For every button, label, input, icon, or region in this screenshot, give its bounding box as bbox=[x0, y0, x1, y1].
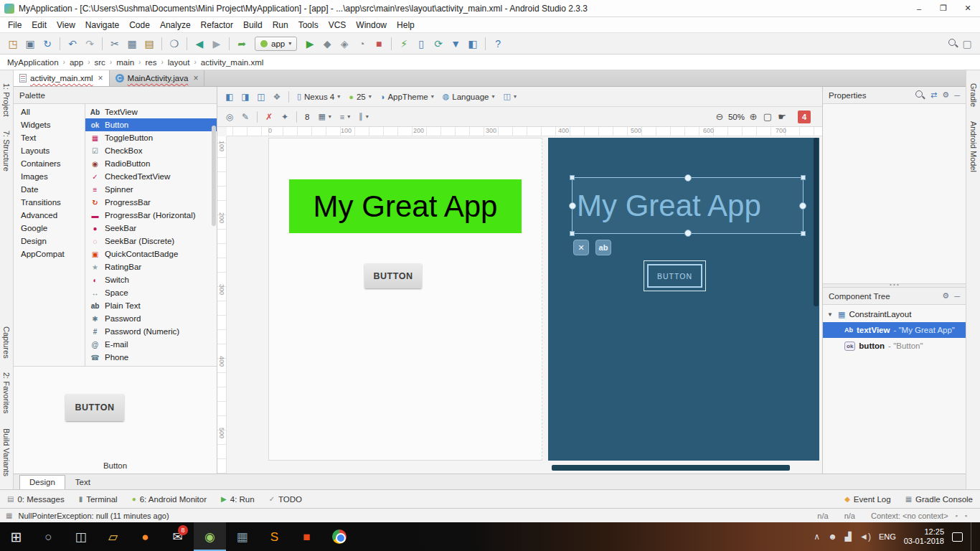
selection-handle[interactable] bbox=[801, 175, 806, 180]
align-icon[interactable]: ≡ ▾ bbox=[336, 111, 354, 123]
layout-variant-select[interactable]: ◫ ▾ bbox=[499, 90, 520, 103]
mail-icon[interactable]: ✉ 8 bbox=[161, 522, 194, 551]
palette-item-password-numeric[interactable]: # Password (Numeric) bbox=[85, 325, 217, 338]
copy-icon[interactable]: ▦ bbox=[123, 36, 141, 52]
start-button[interactable]: ⊞ bbox=[0, 522, 32, 551]
volume-icon[interactable]: ◄) bbox=[859, 532, 871, 542]
palette-item-space[interactable]: ↔ Space bbox=[85, 286, 217, 299]
language-indicator[interactable]: ENG bbox=[879, 532, 896, 541]
blueprint-surface[interactable]: My Great App bbox=[548, 138, 819, 461]
status-message[interactable]: NullPointerException: null (11 minutes a… bbox=[18, 512, 817, 520]
palette-item-radiobutton[interactable]: ◉ RadioButton bbox=[85, 157, 217, 170]
palette-item-password[interactable]: ✱ Password bbox=[85, 312, 217, 325]
palette-category[interactable]: Images bbox=[14, 170, 85, 183]
tree-item-button[interactable]: ok button - "Button" bbox=[823, 338, 966, 354]
media-app-icon[interactable]: ■ bbox=[291, 522, 323, 551]
hide-panel-icon[interactable]: ─ bbox=[954, 292, 960, 301]
gear-icon[interactable]: ⚙ bbox=[942, 90, 949, 100]
palette-category[interactable]: Advanced bbox=[14, 209, 85, 222]
redo-icon[interactable]: ↷ bbox=[81, 36, 98, 52]
error-count-badge[interactable]: 4 bbox=[798, 110, 811, 123]
layout-inspector-icon[interactable]: ◧ bbox=[464, 36, 481, 52]
lock-icon[interactable]: ▪ bbox=[956, 512, 958, 519]
coverage-icon[interactable]: ◈ bbox=[336, 36, 353, 52]
zoom-out-button[interactable]: ⊖ bbox=[712, 111, 727, 122]
panel-splitter[interactable] bbox=[823, 283, 966, 288]
event-log-button[interactable]: ◆ Event Log bbox=[844, 495, 891, 504]
palette-category[interactable]: Transitions bbox=[14, 196, 85, 209]
status-indicator[interactable]: n/a bbox=[817, 512, 828, 520]
close-button[interactable]: ✕ bbox=[956, 0, 980, 17]
palette-item-progressbar[interactable]: ↻ ProgressBar bbox=[85, 196, 217, 209]
sync-gradle-icon[interactable]: ⟳ bbox=[430, 36, 447, 52]
tool-window-button[interactable]: Captures bbox=[2, 326, 11, 359]
hide-panel-icon[interactable]: ─ bbox=[954, 91, 960, 100]
clear-constraints-icon[interactable]: ✗ bbox=[261, 110, 277, 124]
attach-debugger-icon[interactable]: ⚡ bbox=[395, 36, 413, 52]
theme-editor-icon[interactable]: ❖ bbox=[269, 90, 285, 104]
selection-handle[interactable] bbox=[570, 175, 575, 180]
gear-icon[interactable]: ⚙ bbox=[942, 291, 949, 301]
menu-item[interactable]: Help bbox=[392, 17, 420, 33]
menu-item[interactable]: Edit bbox=[27, 17, 52, 33]
back-icon[interactable]: ◀ bbox=[191, 36, 208, 52]
mode-tab[interactable]: Text bbox=[65, 475, 100, 489]
palette-category[interactable]: Date bbox=[14, 183, 85, 196]
firefox-icon[interactable]: ● bbox=[129, 522, 161, 551]
tool-window-button[interactable]: 7: Structure bbox=[2, 131, 11, 171]
todo-button[interactable]: ✓ TODO bbox=[269, 495, 302, 504]
palette-category[interactable]: Containers bbox=[14, 157, 85, 170]
breadcrumb-item[interactable]: app bbox=[70, 58, 83, 67]
palette-scrollbar[interactable] bbox=[212, 126, 216, 226]
palette-item-seekbar-discrete[interactable]: ◌ SeekBar (Discrete) bbox=[85, 235, 217, 248]
run-tool-button[interactable]: ▶ 4: Run bbox=[221, 495, 255, 504]
blueprint-view-icon[interactable]: ◨ bbox=[237, 90, 253, 104]
design-button[interactable]: BUTTON bbox=[364, 263, 422, 288]
close-tab-icon[interactable]: × bbox=[193, 73, 198, 83]
zoom-in-button[interactable]: ⊕ bbox=[746, 111, 760, 122]
tool-window-button[interactable]: 1: Project bbox=[2, 83, 11, 116]
tool-windows-icon[interactable]: ▢ bbox=[958, 36, 976, 52]
breadcrumb-item[interactable]: main bbox=[116, 58, 134, 67]
tree-item-textview[interactable]: Ab textView - "My Great App" bbox=[823, 322, 966, 338]
breadcrumb-item[interactable]: res bbox=[145, 58, 156, 67]
search-everywhere-icon[interactable] bbox=[948, 38, 958, 49]
breadcrumb-item[interactable]: src bbox=[94, 58, 105, 67]
menu-item[interactable]: File bbox=[3, 17, 27, 33]
menu-item[interactable]: VCS bbox=[324, 17, 352, 33]
guideline-icon[interactable]: ∥ ▾ bbox=[354, 110, 373, 123]
palette-category[interactable]: AppCompat bbox=[14, 248, 85, 260]
switch-view-icon[interactable]: ⇄ bbox=[930, 90, 937, 100]
palette-item-ratingbar[interactable]: ★ RatingBar bbox=[85, 260, 217, 273]
breadcrumb-item[interactable]: layout bbox=[168, 58, 190, 67]
menu-item[interactable]: Navigate bbox=[80, 17, 124, 33]
expand-arrow-icon[interactable]: ▼ bbox=[827, 311, 834, 318]
tab-mainactivity-java[interactable]: C MainActivity.java × bbox=[110, 70, 205, 86]
cortana-search-button[interactable]: ○ bbox=[32, 522, 65, 551]
blueprint-textview-selected[interactable]: My Great App bbox=[572, 177, 804, 234]
minimize-button[interactable]: – bbox=[907, 0, 931, 17]
button-preview[interactable]: BUTTON bbox=[65, 394, 124, 421]
constraint-anchor[interactable] bbox=[684, 230, 692, 237]
chrome-icon[interactable] bbox=[323, 522, 355, 551]
palette-category[interactable]: Text bbox=[14, 131, 85, 144]
tool-window-button[interactable]: Android Model bbox=[969, 121, 978, 172]
palette-category[interactable]: All bbox=[14, 105, 85, 118]
close-tab-icon[interactable]: × bbox=[98, 73, 103, 83]
menu-item[interactable]: Window bbox=[351, 17, 392, 33]
make-project-icon[interactable]: ➦ bbox=[233, 36, 250, 52]
edit-text-badge[interactable]: ab bbox=[595, 240, 611, 255]
blueprint-button[interactable]: BUTTON bbox=[644, 260, 706, 291]
palette-item-togglebutton[interactable]: ▦ ToggleButton bbox=[85, 131, 217, 144]
palette-item-email[interactable]: @ E-mail bbox=[85, 338, 217, 351]
design-view-icon[interactable]: ◧ bbox=[222, 90, 237, 104]
save-all-icon[interactable]: ▣ bbox=[22, 36, 39, 52]
cut-icon[interactable]: ✂ bbox=[106, 36, 123, 52]
theme-select[interactable]: ◑ AppTheme ▾ bbox=[376, 91, 438, 103]
constraint-anchor[interactable] bbox=[799, 202, 806, 209]
palette-category[interactable]: Widgets bbox=[14, 118, 85, 131]
find-icon[interactable]: ❍ bbox=[166, 36, 183, 52]
palette-item-checkbox[interactable]: ☑ CheckBox bbox=[85, 144, 217, 157]
search-icon[interactable] bbox=[915, 90, 925, 100]
network-icon[interactable]: ▟ bbox=[845, 532, 852, 542]
